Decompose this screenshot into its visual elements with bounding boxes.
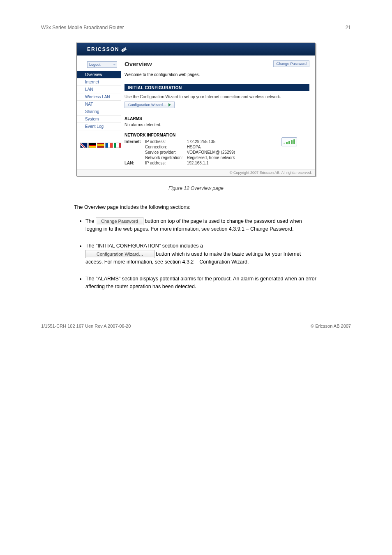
nav-item-overview[interactable]: Overview xyxy=(77,71,121,79)
language-flags xyxy=(80,143,121,148)
welcome-text: Welcome to the configuration web pages. xyxy=(125,72,309,77)
section-header-initial-config: INITIAL CONFIGURATION xyxy=(125,84,309,91)
document-header: W3x Series Mobile Broadband Router 21 xyxy=(0,0,392,43)
alarms-text: No alarms detected. xyxy=(125,123,309,127)
table-row: Service provider: VODAFONELM@ (26299) xyxy=(125,150,239,155)
flag-it-icon[interactable] xyxy=(114,143,121,148)
table-row: Connection: HSDPA xyxy=(125,144,239,150)
ip-address-label: IP address: xyxy=(145,139,187,144)
main-content: Change Password Overview Welcome to the … xyxy=(121,56,315,169)
document-body-text: The Overview page includes the following… xyxy=(0,204,392,291)
section-header-alarms: ALARMS xyxy=(125,116,309,121)
ericsson-stripes-icon xyxy=(121,46,127,52)
screenshot-figure: ERICSSON Logout ···› Overview xyxy=(76,43,316,176)
app-window: ERICSSON Logout ···› Overview xyxy=(77,43,315,176)
list-item: The "INITIAL CONFIGURATION" section incl… xyxy=(85,242,318,266)
section-header-network-info: NETWORK INFORMATION xyxy=(125,133,309,137)
inline-configuration-wizard-button: Configuration Wizard… xyxy=(85,250,154,259)
registration-label: Network registration: xyxy=(145,155,187,160)
provider-value: VODAFONELM@ (26299) xyxy=(187,150,239,155)
connection-value: HSDPA xyxy=(187,144,239,150)
nav-item-sharing[interactable]: Sharing xyxy=(77,108,121,116)
table-row: Internet: IP address: 172.29.255.135 xyxy=(125,139,239,144)
section-initial-config: Use the Configuration Wizard to set up y… xyxy=(125,91,309,114)
list-item: The "ALARMS" section displays potential … xyxy=(85,275,318,291)
flag-fr-icon[interactable] xyxy=(105,143,113,148)
doc-title: W3x Series Mobile Broadband Router xyxy=(41,25,124,30)
logout-button[interactable]: Logout ···› xyxy=(87,61,117,68)
app-header-bar: ERICSSON xyxy=(77,43,315,56)
arrow-right-icon: ···› xyxy=(113,63,115,67)
network-info: Internet: IP address: 172.29.255.135 Con… xyxy=(125,139,309,166)
inline-change-password-button: Change Password xyxy=(96,217,143,226)
bullet-list: The Change Password button on top of the… xyxy=(74,217,318,291)
lan-ip-label: IP address: xyxy=(145,160,187,166)
nav-item-lan[interactable]: LAN xyxy=(77,86,121,93)
list-item: The Change Password button on top of the… xyxy=(85,217,318,233)
nav-item-system[interactable]: System xyxy=(77,116,121,123)
nav-item-wireless-lan[interactable]: Wireless LAN xyxy=(77,93,121,101)
table-row: Network registration: Registered, home n… xyxy=(125,155,239,160)
network-info-table: Internet: IP address: 172.29.255.135 Con… xyxy=(125,139,239,166)
initial-config-text: Use the Configuration Wizard to set up y… xyxy=(125,95,309,99)
nav-item-nat[interactable]: NAT xyxy=(77,101,121,108)
lan-label: LAN: xyxy=(125,160,145,166)
arrow-right-icon xyxy=(168,103,171,106)
brand-logo: ERICSSON xyxy=(87,46,127,52)
intro-paragraph: The Overview page includes the following… xyxy=(74,204,318,211)
table-row: LAN: IP address: 192.168.1.1 xyxy=(125,160,239,166)
provider-label: Service provider: xyxy=(145,150,187,155)
doc-page-number: 21 xyxy=(346,25,351,30)
ip-address-value: 172.29.255.135 xyxy=(187,139,239,144)
registration-value: Registered, home network xyxy=(187,155,239,160)
signal-strength-icon xyxy=(281,137,297,146)
lan-ip-value: 192.168.1.1 xyxy=(187,160,239,166)
nav-menu: Overview Internet LAN Wireless LAN NAT S… xyxy=(77,71,121,130)
sidebar: Logout ···› Overview Internet LAN Wirele… xyxy=(77,56,121,169)
document-footer: 1/1551-CRH 102 167 Uen Rev A 2007-06-20 … xyxy=(0,324,392,345)
flag-es-icon[interactable] xyxy=(97,143,104,148)
footer-left: 1/1551-CRH 102 167 Uen Rev A 2007-06-20 xyxy=(41,324,131,328)
internet-label: Internet: xyxy=(125,139,145,144)
flag-uk-icon[interactable] xyxy=(80,143,88,148)
figure-caption: Figure 12 Overview page xyxy=(0,185,392,191)
configuration-wizard-button[interactable]: Configuration Wizard... xyxy=(125,102,175,108)
nav-item-internet[interactable]: Internet xyxy=(77,79,121,86)
footer-right: © Ericsson AB 2007 xyxy=(311,324,351,328)
wizard-button-label: Configuration Wizard... xyxy=(128,103,166,107)
flag-de-icon[interactable] xyxy=(88,143,96,148)
app-footer: © Copyright 2007 Ericsson AB. All rights… xyxy=(77,169,315,176)
nav-item-event-log[interactable]: Event Log xyxy=(77,123,121,130)
logout-label: Logout xyxy=(89,62,101,67)
change-password-button[interactable]: Change Password xyxy=(273,60,309,67)
connection-label: Connection: xyxy=(145,144,187,150)
